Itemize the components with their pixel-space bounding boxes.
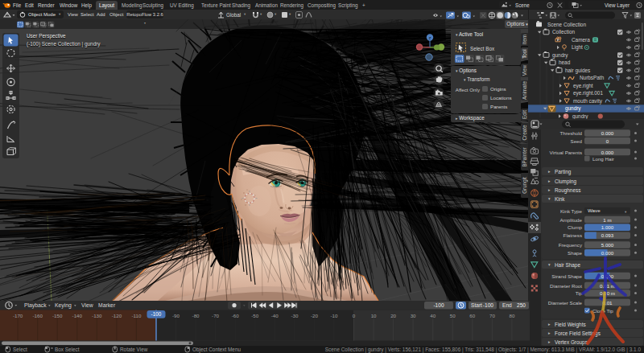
svg-text:-20: -20 <box>311 313 319 318</box>
svg-text:0.000: 0.000 <box>601 130 614 136</box>
svg-text:gundry: gundry <box>565 105 581 112</box>
svg-text:Seed: Seed <box>571 138 583 144</box>
svg-text:Marker: Marker <box>98 302 116 308</box>
svg-text:0.093: 0.093 <box>601 232 614 238</box>
svg-text:50: 50 <box>450 313 456 318</box>
svg-text:View Layer: View Layer <box>605 2 630 9</box>
svg-text:-90: -90 <box>172 313 180 318</box>
svg-text:-120: -120 <box>112 313 122 318</box>
svg-text:-100: -100 <box>151 311 162 317</box>
svg-text:30: 30 <box>411 313 416 318</box>
svg-text:Amplitude: Amplitude <box>559 217 582 223</box>
svg-text:-70: -70 <box>212 313 220 318</box>
svg-text:-100: -100 <box>483 302 494 308</box>
svg-text:-50: -50 <box>251 313 259 318</box>
svg-text:Scene Collection: Scene Collection <box>547 22 586 27</box>
svg-text:1.000: 1.000 <box>601 224 614 230</box>
svg-text:-140: -140 <box>72 313 83 318</box>
svg-text:80: 80 <box>509 313 514 318</box>
svg-text:20: 20 <box>390 313 396 318</box>
svg-text:Grungit: Grungit <box>522 177 528 194</box>
svg-text:▾: ▾ <box>548 262 551 267</box>
svg-text:Playback: Playback <box>24 302 47 309</box>
svg-text:▸: ▸ <box>548 330 551 335</box>
svg-text:BPainter: BPainter <box>522 147 527 166</box>
svg-text:Wave: Wave <box>588 207 601 213</box>
svg-text:View: View <box>81 302 93 308</box>
svg-text:250: 250 <box>517 302 526 308</box>
svg-text:-40: -40 <box>271 313 279 318</box>
svg-text:Start: Start <box>471 302 482 308</box>
svg-text:10: 10 <box>371 313 377 318</box>
svg-text:hair guides: hair guides <box>565 68 590 74</box>
svg-text:Flatness: Flatness <box>564 232 582 238</box>
svg-text:Create: Create <box>522 125 527 140</box>
svg-text:View: View <box>522 64 527 76</box>
svg-text:1 m: 1 m <box>603 217 611 223</box>
svg-text:-60: -60 <box>232 313 240 318</box>
svg-text:eye.right.001: eye.right.001 <box>573 90 603 96</box>
svg-text:▸: ▸ <box>548 179 551 183</box>
svg-text:mouth cavity: mouth cavity <box>573 98 603 105</box>
svg-text:Keying: Keying <box>55 302 72 309</box>
svg-text:Box Select: Box Select <box>55 347 80 352</box>
svg-text:Virtual Parents: Virtual Parents <box>550 150 582 155</box>
svg-text:Clumping: Clumping <box>555 179 576 185</box>
svg-text:▸: ▸ <box>548 187 551 192</box>
svg-text:Clump: Clump <box>568 224 582 230</box>
svg-text:-30: -30 <box>291 313 299 318</box>
svg-text:End: End <box>502 302 512 308</box>
svg-text:0.000: 0.000 <box>601 150 614 155</box>
svg-text:Select: Select <box>13 347 27 352</box>
svg-text:gundry: gundry <box>552 52 568 59</box>
svg-text:NurbsPath: NurbsPath <box>580 75 605 80</box>
svg-text:Roughness: Roughness <box>555 187 580 194</box>
svg-text:Item: Item <box>522 35 527 44</box>
svg-text:-170: -170 <box>13 313 23 318</box>
svg-text:Edit: Edit <box>522 110 527 119</box>
svg-text:-150: -150 <box>52 313 63 318</box>
svg-text:-130: -130 <box>92 313 102 318</box>
svg-text:60: 60 <box>469 313 475 318</box>
svg-text:▸: ▸ <box>548 339 551 344</box>
svg-text:Camera: Camera <box>572 37 590 43</box>
svg-text:0: 0 <box>606 138 609 144</box>
svg-text:70: 70 <box>489 313 495 318</box>
svg-text:Light: Light <box>572 44 583 51</box>
svg-text:-10: -10 <box>330 313 338 318</box>
svg-text:40: 40 <box>430 313 436 318</box>
svg-text:Object Context Menu: Object Context Menu <box>192 347 241 353</box>
svg-text:-160: -160 <box>33 313 43 318</box>
svg-text:0: 0 <box>353 313 356 318</box>
svg-text:z: z <box>429 35 431 40</box>
svg-text:head: head <box>559 60 571 65</box>
svg-text:gundry: gundry <box>572 113 588 119</box>
svg-text:▸: ▸ <box>548 322 551 326</box>
svg-text:Threshold: Threshold <box>559 130 582 136</box>
svg-text:Scene: Scene <box>515 2 530 8</box>
svg-text:Kink: Kink <box>555 196 565 202</box>
svg-text:▾: ▾ <box>548 196 551 201</box>
svg-text:Tool: Tool <box>522 49 527 59</box>
svg-text:Kink Type: Kink Type <box>560 208 583 214</box>
svg-text:Parting: Parting <box>555 169 572 175</box>
svg-text:Long Hair: Long Hair <box>592 156 614 162</box>
svg-text:-80: -80 <box>192 313 200 318</box>
svg-text:-110: -110 <box>131 313 141 318</box>
svg-text:Animate: Animate <box>522 80 527 100</box>
svg-text:▸: ▸ <box>548 169 551 174</box>
svg-text:-100: -100 <box>433 302 444 308</box>
svg-text:Collection: Collection <box>552 29 576 35</box>
svg-text:eye.right: eye.right <box>573 83 593 89</box>
svg-text:Rotate View: Rotate View <box>120 347 148 352</box>
